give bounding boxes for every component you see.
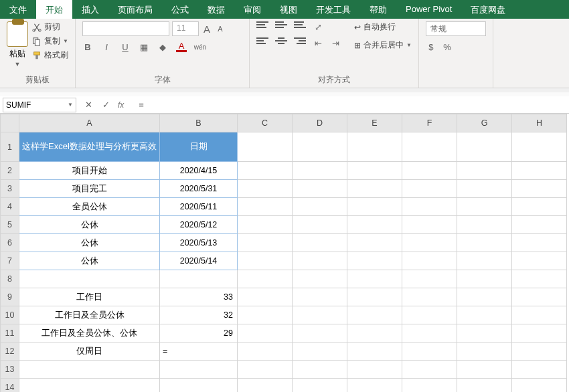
cell-D3[interactable] bbox=[293, 180, 347, 198]
cell-G13[interactable] bbox=[457, 361, 512, 379]
cell-A12[interactable]: 仅周日 bbox=[19, 342, 160, 361]
cell-D4[interactable] bbox=[293, 198, 347, 216]
cell-D2[interactable] bbox=[293, 162, 347, 180]
row-header-1[interactable]: 1 bbox=[1, 132, 19, 162]
cell-B5[interactable]: 2020/5/12 bbox=[160, 216, 238, 234]
row-header-4[interactable]: 4 bbox=[1, 198, 19, 216]
cell-E13[interactable] bbox=[347, 361, 402, 379]
row-header-13[interactable]: 13 bbox=[1, 361, 19, 379]
merge-center-button[interactable]: ⊞ 合并后居中 ▼ bbox=[354, 39, 412, 51]
cell-H11[interactable] bbox=[512, 324, 567, 342]
cell-C10[interactable] bbox=[238, 306, 293, 324]
align-left-button[interactable] bbox=[256, 37, 268, 47]
underline-button[interactable]: U bbox=[120, 41, 131, 52]
orientation-button[interactable]: ⤢ bbox=[313, 21, 323, 32]
cell-A1[interactable]: 这样学Excel数据处理与分析更高效 bbox=[19, 132, 160, 162]
cell-A4[interactable]: 全员公休 bbox=[19, 198, 160, 216]
fill-color-button[interactable]: ◆ bbox=[157, 41, 168, 52]
cell-B10[interactable]: 32 bbox=[160, 306, 238, 324]
cell-B8[interactable] bbox=[160, 270, 238, 288]
cell-C7[interactable] bbox=[238, 252, 293, 270]
cell-C4[interactable] bbox=[238, 198, 293, 216]
cell-G14[interactable] bbox=[457, 379, 512, 393]
cell-E4[interactable] bbox=[347, 198, 402, 216]
cell-E11[interactable] bbox=[347, 324, 402, 342]
row-header-2[interactable]: 2 bbox=[1, 162, 19, 180]
tab-data[interactable]: 数据 bbox=[198, 0, 234, 19]
formula-input[interactable] bbox=[135, 98, 569, 111]
row-header-3[interactable]: 3 bbox=[1, 180, 19, 198]
cell-B1[interactable]: 日期 bbox=[160, 132, 238, 162]
percent-button[interactable]: % bbox=[442, 41, 453, 52]
tab-powerpivot[interactable]: Power Pivot bbox=[396, 0, 461, 19]
decrease-font-button[interactable]: A bbox=[215, 23, 226, 34]
cell-F11[interactable] bbox=[402, 324, 457, 342]
cell-F4[interactable] bbox=[402, 198, 457, 216]
cell-D9[interactable] bbox=[293, 288, 347, 306]
cell-A11[interactable]: 工作日及全员公休、公休 bbox=[19, 324, 160, 342]
cell-B12[interactable]: = bbox=[160, 342, 238, 361]
indent-increase-button[interactable]: ⇥ bbox=[330, 37, 341, 48]
cell-A9[interactable]: 工作日 bbox=[19, 288, 160, 306]
tab-review[interactable]: 审阅 bbox=[234, 0, 270, 19]
row-header-10[interactable]: 10 bbox=[1, 306, 19, 324]
cell-D10[interactable] bbox=[293, 306, 347, 324]
row-header-7[interactable]: 7 bbox=[1, 252, 19, 270]
cell-D5[interactable] bbox=[293, 216, 347, 234]
cell-H6[interactable] bbox=[512, 234, 567, 252]
row-header-8[interactable]: 8 bbox=[1, 270, 19, 288]
cell-E9[interactable] bbox=[347, 288, 402, 306]
cell-B6[interactable]: 2020/5/13 bbox=[160, 234, 238, 252]
col-header-H[interactable]: H bbox=[512, 114, 567, 132]
cell-B13[interactable] bbox=[160, 361, 238, 379]
bold-button[interactable]: B bbox=[82, 41, 93, 52]
cell-B7[interactable]: 2020/5/14 bbox=[160, 252, 238, 270]
cell-H9[interactable] bbox=[512, 288, 567, 306]
indent-decrease-button[interactable]: ⇤ bbox=[313, 37, 323, 48]
cell-E1[interactable] bbox=[347, 132, 402, 162]
cell-G4[interactable] bbox=[457, 198, 512, 216]
cell-D13[interactable] bbox=[293, 361, 347, 379]
cell-C14[interactable] bbox=[238, 379, 293, 393]
cell-F1[interactable] bbox=[402, 132, 457, 162]
chevron-down-icon[interactable]: ▼ bbox=[68, 102, 73, 108]
cell-A5[interactable]: 公休 bbox=[19, 216, 160, 234]
tab-developer[interactable]: 开发工具 bbox=[307, 0, 360, 19]
cell-G2[interactable] bbox=[457, 162, 512, 180]
cell-F6[interactable] bbox=[402, 234, 457, 252]
cell-B4[interactable]: 2020/5/11 bbox=[160, 198, 238, 216]
cell-G5[interactable] bbox=[457, 216, 512, 234]
tab-formulas[interactable]: 公式 bbox=[162, 0, 198, 19]
col-header-G[interactable]: G bbox=[457, 114, 512, 132]
cell-C1[interactable] bbox=[238, 132, 293, 162]
border-button[interactable]: ▦ bbox=[139, 41, 149, 52]
cell-E6[interactable] bbox=[347, 234, 402, 252]
cancel-formula-button[interactable]: ✕ bbox=[83, 100, 94, 110]
cell-H10[interactable] bbox=[512, 306, 567, 324]
wrap-text-button[interactable]: ↩ 自动换行 bbox=[354, 21, 412, 33]
row-header-6[interactable]: 6 bbox=[1, 234, 19, 252]
tab-home[interactable]: 开始 bbox=[36, 0, 72, 19]
cell-C6[interactable] bbox=[238, 234, 293, 252]
copy-button[interactable]: 复制 ▼ bbox=[32, 35, 68, 47]
cell-C3[interactable] bbox=[238, 180, 293, 198]
row-header-9[interactable]: 9 bbox=[1, 288, 19, 306]
cell-B9[interactable]: 33 bbox=[160, 288, 238, 306]
cell-G11[interactable] bbox=[457, 324, 512, 342]
chevron-down-icon[interactable]: ▼ bbox=[406, 42, 412, 48]
cell-F13[interactable] bbox=[402, 361, 457, 379]
cell-D12[interactable] bbox=[293, 342, 347, 361]
cell-G7[interactable] bbox=[457, 252, 512, 270]
cell-B3[interactable]: 2020/5/31 bbox=[160, 180, 238, 198]
cell-C12[interactable] bbox=[238, 342, 293, 361]
increase-font-button[interactable]: A bbox=[201, 23, 212, 34]
col-header-D[interactable]: D bbox=[293, 114, 347, 132]
tab-pagelayout[interactable]: 页面布局 bbox=[108, 0, 162, 19]
col-header-C[interactable]: C bbox=[238, 114, 293, 132]
cell-H12[interactable] bbox=[512, 342, 567, 361]
cell-A2[interactable]: 项目开始 bbox=[19, 162, 160, 180]
cell-A8[interactable] bbox=[19, 270, 160, 288]
cell-C8[interactable] bbox=[238, 270, 293, 288]
cell-H3[interactable] bbox=[512, 180, 567, 198]
cell-E14[interactable] bbox=[347, 379, 402, 393]
